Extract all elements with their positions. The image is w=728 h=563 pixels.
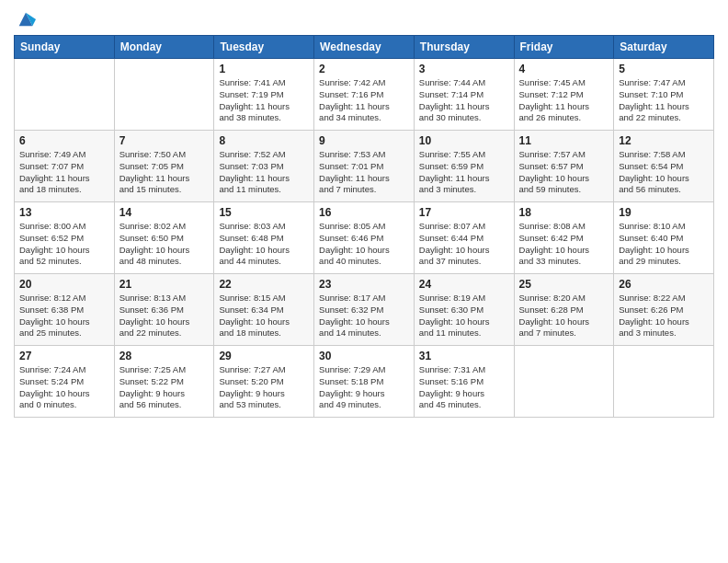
day-info: Sunrise: 8:03 AM Sunset: 6:48 PM Dayligh…: [219, 221, 309, 268]
day-number: 19: [619, 206, 709, 219]
day-info: Sunrise: 7:47 AM Sunset: 7:10 PM Dayligh…: [619, 77, 709, 124]
day-info: Sunrise: 8:10 AM Sunset: 6:40 PM Dayligh…: [619, 221, 709, 268]
calendar-cell: 10Sunrise: 7:55 AM Sunset: 6:59 PM Dayli…: [414, 131, 514, 202]
calendar-week-row: 6Sunrise: 7:49 AM Sunset: 7:07 PM Daylig…: [15, 131, 714, 202]
day-header-saturday: Saturday: [614, 36, 714, 59]
calendar-cell: 14Sunrise: 8:02 AM Sunset: 6:50 PM Dayli…: [114, 202, 214, 274]
calendar-cell: 12Sunrise: 7:58 AM Sunset: 6:54 PM Dayli…: [614, 131, 714, 202]
day-number: 2: [319, 63, 409, 75]
calendar-cell: 3Sunrise: 7:44 AM Sunset: 7:14 PM Daylig…: [414, 59, 514, 131]
day-info: Sunrise: 7:41 AM Sunset: 7:19 PM Dayligh…: [219, 77, 309, 124]
day-info: Sunrise: 8:02 AM Sunset: 6:50 PM Dayligh…: [119, 221, 210, 268]
calendar-cell: [514, 346, 614, 418]
page: SundayMondayTuesdayWednesdayThursdayFrid…: [0, 0, 728, 563]
day-number: 31: [419, 350, 509, 362]
day-header-friday: Friday: [514, 36, 614, 59]
day-number: 14: [119, 206, 210, 219]
day-info: Sunrise: 7:45 AM Sunset: 7:12 PM Dayligh…: [519, 77, 609, 124]
day-number: 22: [219, 278, 309, 291]
day-info: Sunrise: 8:19 AM Sunset: 6:30 PM Dayligh…: [419, 293, 509, 339]
day-info: Sunrise: 7:50 AM Sunset: 7:05 PM Dayligh…: [119, 149, 210, 196]
day-info: Sunrise: 8:17 AM Sunset: 6:32 PM Dayligh…: [319, 293, 409, 339]
day-number: 9: [319, 134, 409, 147]
day-number: 23: [319, 278, 409, 291]
day-number: 10: [419, 134, 509, 147]
calendar-week-row: 13Sunrise: 8:00 AM Sunset: 6:52 PM Dayli…: [15, 202, 714, 274]
calendar-cell: 19Sunrise: 8:10 AM Sunset: 6:40 PM Dayli…: [614, 202, 714, 274]
day-info: Sunrise: 8:08 AM Sunset: 6:42 PM Dayligh…: [519, 221, 609, 268]
day-number: 3: [419, 63, 509, 75]
day-number: 6: [19, 134, 109, 147]
day-header-tuesday: Tuesday: [214, 36, 314, 59]
calendar-cell: 20Sunrise: 8:12 AM Sunset: 6:38 PM Dayli…: [15, 274, 115, 346]
day-info: Sunrise: 8:12 AM Sunset: 6:38 PM Dayligh…: [19, 293, 109, 339]
calendar-cell: 22Sunrise: 8:15 AM Sunset: 6:34 PM Dayli…: [214, 274, 314, 346]
calendar-cell: 27Sunrise: 7:24 AM Sunset: 5:24 PM Dayli…: [15, 346, 115, 418]
logo-icon: [16, 9, 36, 29]
day-header-sunday: Sunday: [15, 36, 115, 59]
day-info: Sunrise: 7:27 AM Sunset: 5:20 PM Dayligh…: [219, 364, 309, 411]
calendar-week-row: 27Sunrise: 7:24 AM Sunset: 5:24 PM Dayli…: [15, 346, 714, 418]
day-info: Sunrise: 7:55 AM Sunset: 6:59 PM Dayligh…: [419, 149, 509, 196]
day-header-monday: Monday: [114, 36, 214, 59]
day-number: 15: [219, 206, 309, 219]
day-number: 16: [319, 206, 409, 219]
day-number: 4: [519, 63, 609, 75]
day-number: 27: [19, 350, 109, 362]
day-number: 24: [419, 278, 509, 291]
calendar-cell: 29Sunrise: 7:27 AM Sunset: 5:20 PM Dayli…: [214, 346, 314, 418]
day-number: 13: [19, 206, 109, 219]
day-number: 7: [119, 134, 210, 147]
day-header-wednesday: Wednesday: [314, 36, 415, 59]
calendar-cell: 17Sunrise: 8:07 AM Sunset: 6:44 PM Dayli…: [414, 202, 514, 274]
day-info: Sunrise: 7:52 AM Sunset: 7:03 PM Dayligh…: [219, 149, 309, 196]
calendar-cell: 24Sunrise: 8:19 AM Sunset: 6:30 PM Dayli…: [414, 274, 514, 346]
header: [14, 9, 714, 29]
day-info: Sunrise: 7:53 AM Sunset: 7:01 PM Dayligh…: [319, 149, 409, 196]
calendar-cell: 6Sunrise: 7:49 AM Sunset: 7:07 PM Daylig…: [15, 131, 115, 202]
calendar-cell: 1Sunrise: 7:41 AM Sunset: 7:19 PM Daylig…: [214, 59, 314, 131]
day-info: Sunrise: 7:31 AM Sunset: 5:16 PM Dayligh…: [419, 364, 509, 411]
logo: [14, 9, 36, 29]
calendar-header-row: SundayMondayTuesdayWednesdayThursdayFrid…: [15, 36, 714, 59]
day-number: 28: [119, 350, 210, 362]
calendar-cell: 21Sunrise: 8:13 AM Sunset: 6:36 PM Dayli…: [114, 274, 214, 346]
day-info: Sunrise: 8:13 AM Sunset: 6:36 PM Dayligh…: [119, 293, 210, 339]
calendar-week-row: 1Sunrise: 7:41 AM Sunset: 7:19 PM Daylig…: [15, 59, 714, 131]
calendar-cell: 31Sunrise: 7:31 AM Sunset: 5:16 PM Dayli…: [414, 346, 514, 418]
calendar-cell: 23Sunrise: 8:17 AM Sunset: 6:32 PM Dayli…: [314, 274, 415, 346]
day-info: Sunrise: 8:22 AM Sunset: 6:26 PM Dayligh…: [619, 293, 709, 339]
day-number: 29: [219, 350, 309, 362]
day-info: Sunrise: 7:49 AM Sunset: 7:07 PM Dayligh…: [19, 149, 109, 196]
day-number: 1: [219, 63, 309, 75]
day-number: 12: [619, 134, 709, 147]
calendar-cell: 25Sunrise: 8:20 AM Sunset: 6:28 PM Dayli…: [514, 274, 614, 346]
day-info: Sunrise: 7:42 AM Sunset: 7:16 PM Dayligh…: [319, 77, 409, 124]
day-number: 17: [419, 206, 509, 219]
day-info: Sunrise: 8:20 AM Sunset: 6:28 PM Dayligh…: [519, 293, 609, 339]
day-info: Sunrise: 7:24 AM Sunset: 5:24 PM Dayligh…: [19, 364, 109, 411]
day-info: Sunrise: 8:07 AM Sunset: 6:44 PM Dayligh…: [419, 221, 509, 268]
day-number: 11: [519, 134, 609, 147]
calendar-cell: 13Sunrise: 8:00 AM Sunset: 6:52 PM Dayli…: [15, 202, 115, 274]
day-header-thursday: Thursday: [414, 36, 514, 59]
calendar-table: SundayMondayTuesdayWednesdayThursdayFrid…: [14, 35, 714, 418]
calendar-cell: 5Sunrise: 7:47 AM Sunset: 7:10 PM Daylig…: [614, 59, 714, 131]
calendar-cell: 18Sunrise: 8:08 AM Sunset: 6:42 PM Dayli…: [514, 202, 614, 274]
day-info: Sunrise: 8:00 AM Sunset: 6:52 PM Dayligh…: [19, 221, 109, 268]
day-info: Sunrise: 8:15 AM Sunset: 6:34 PM Dayligh…: [219, 293, 309, 339]
day-info: Sunrise: 7:44 AM Sunset: 7:14 PM Dayligh…: [419, 77, 509, 124]
calendar-cell: 4Sunrise: 7:45 AM Sunset: 7:12 PM Daylig…: [514, 59, 614, 131]
calendar-cell: [15, 59, 115, 131]
day-info: Sunrise: 7:29 AM Sunset: 5:18 PM Dayligh…: [319, 364, 409, 411]
day-number: 5: [619, 63, 709, 75]
day-info: Sunrise: 7:25 AM Sunset: 5:22 PM Dayligh…: [119, 364, 210, 411]
day-number: 26: [619, 278, 709, 291]
calendar-cell: 9Sunrise: 7:53 AM Sunset: 7:01 PM Daylig…: [314, 131, 415, 202]
day-number: 25: [519, 278, 609, 291]
calendar-cell: 30Sunrise: 7:29 AM Sunset: 5:18 PM Dayli…: [314, 346, 415, 418]
day-number: 18: [519, 206, 609, 219]
day-number: 8: [219, 134, 309, 147]
calendar-cell: 26Sunrise: 8:22 AM Sunset: 6:26 PM Dayli…: [614, 274, 714, 346]
calendar-cell: 28Sunrise: 7:25 AM Sunset: 5:22 PM Dayli…: [114, 346, 214, 418]
